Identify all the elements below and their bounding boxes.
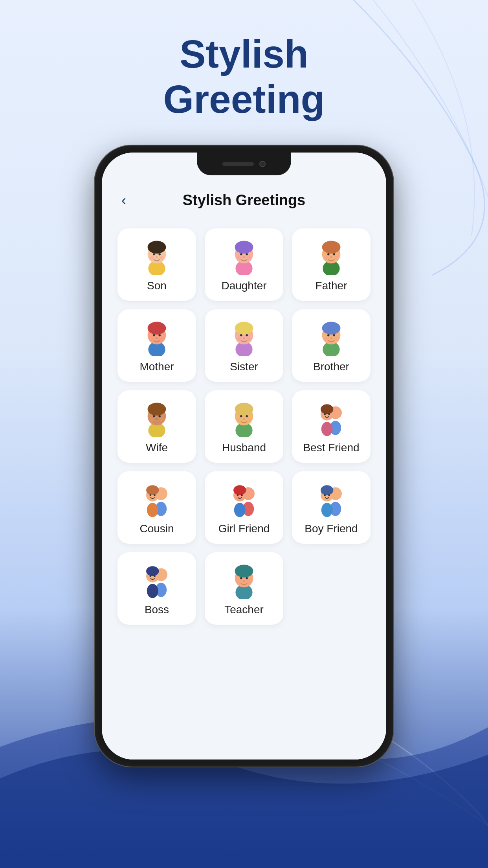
grid-item-daughter[interactable]: Daughter — [205, 228, 283, 301]
svg-point-7 — [160, 256, 163, 259]
svg-point-35 — [240, 334, 242, 336]
svg-point-59 — [240, 415, 242, 417]
svg-point-102 — [240, 577, 242, 579]
label-daughter: Daughter — [221, 280, 266, 292]
svg-point-21 — [330, 256, 332, 258]
svg-point-101 — [235, 565, 253, 577]
svg-point-15 — [247, 256, 251, 259]
svg-point-63 — [247, 418, 251, 421]
label-girlfriend: Girl Friend — [218, 522, 270, 535]
avatar-cousin — [139, 482, 174, 518]
grid-item-husband[interactable]: Husband — [205, 390, 283, 463]
svg-point-3 — [153, 253, 155, 255]
svg-point-51 — [153, 415, 155, 417]
phone-notch — [197, 153, 291, 175]
svg-point-83 — [237, 494, 239, 496]
grid-item-bestfriend[interactable]: Best Friend — [292, 390, 371, 463]
grid-item-mother[interactable]: Mother — [117, 309, 196, 382]
label-cousin: Cousin — [139, 522, 174, 535]
svg-point-23 — [334, 256, 338, 259]
phone-mockup: ‹ Stylish Greetings Son — [95, 145, 393, 767]
grid-item-girlfriend[interactable]: Girl Friend — [205, 471, 283, 544]
camera — [259, 161, 266, 167]
avatar-sister — [226, 320, 262, 356]
svg-point-20 — [333, 253, 335, 255]
grid-item-sister[interactable]: Sister — [205, 309, 283, 382]
svg-point-103 — [246, 577, 248, 579]
svg-point-69 — [324, 413, 326, 415]
avatar-father — [314, 239, 349, 275]
label-husband: Husband — [222, 441, 266, 454]
svg-point-70 — [328, 413, 330, 415]
label-sister: Sister — [230, 360, 258, 373]
svg-point-106 — [247, 580, 251, 583]
svg-point-5 — [156, 256, 158, 258]
label-son: Son — [147, 280, 167, 292]
svg-point-84 — [241, 494, 243, 496]
label-boss: Boss — [145, 603, 169, 616]
avatar-wife — [139, 401, 174, 437]
svg-point-81 — [234, 503, 246, 517]
svg-point-90 — [324, 494, 326, 496]
svg-point-2 — [148, 241, 166, 254]
svg-point-104 — [243, 580, 245, 582]
label-brother: Brother — [313, 360, 349, 373]
svg-point-14 — [237, 256, 241, 259]
avatar-boss — [139, 563, 174, 599]
svg-point-28 — [159, 334, 161, 336]
svg-point-77 — [154, 494, 156, 496]
grid-item-cousin[interactable]: Cousin — [117, 471, 196, 544]
svg-point-19 — [327, 253, 329, 255]
svg-point-30 — [150, 337, 154, 340]
svg-point-88 — [321, 503, 333, 517]
label-father: Father — [316, 280, 347, 292]
svg-point-95 — [147, 584, 158, 598]
svg-point-52 — [159, 415, 161, 417]
svg-point-13 — [243, 256, 245, 258]
svg-point-12 — [246, 253, 248, 255]
label-teacher: Teacher — [224, 603, 264, 616]
grid-item-father[interactable]: Father — [292, 228, 371, 301]
speaker — [222, 162, 254, 166]
label-boyfriend: Boy Friend — [305, 522, 358, 535]
avatar-brother — [314, 320, 349, 356]
avatar-boyfriend — [314, 482, 349, 518]
svg-point-44 — [333, 334, 335, 336]
avatar-husband — [226, 401, 262, 437]
grid-item-boyfriend[interactable]: Boy Friend — [292, 471, 371, 544]
svg-point-18 — [322, 241, 341, 254]
avatar-son — [139, 239, 174, 275]
grid-item-boss[interactable]: Boss — [117, 552, 196, 625]
svg-point-34 — [235, 322, 253, 335]
svg-point-27 — [153, 334, 155, 336]
svg-point-60 — [246, 415, 248, 417]
label-wife: Wife — [146, 441, 168, 454]
svg-point-96 — [146, 566, 159, 576]
grid-item-son[interactable]: Son — [117, 228, 196, 301]
svg-point-47 — [334, 337, 338, 340]
svg-point-58 — [235, 403, 253, 416]
svg-point-82 — [233, 485, 246, 495]
svg-point-75 — [146, 485, 159, 495]
svg-point-55 — [160, 418, 163, 421]
avatar-girlfriend — [226, 482, 262, 518]
avatar-daughter — [226, 239, 262, 275]
svg-point-29 — [156, 337, 158, 339]
svg-point-97 — [150, 575, 152, 577]
page-title: Stylish Greeting — [163, 31, 325, 122]
avatar-teacher — [226, 563, 262, 599]
greeting-grid: Son Daughter — [102, 217, 386, 648]
svg-point-6 — [150, 256, 154, 259]
svg-point-50 — [148, 403, 166, 416]
grid-item-brother[interactable]: Brother — [292, 309, 371, 382]
back-button[interactable]: ‹ — [121, 192, 126, 209]
svg-point-62 — [237, 418, 241, 421]
label-bestfriend: Best Friend — [303, 441, 359, 454]
svg-point-10 — [235, 241, 253, 254]
svg-point-22 — [325, 256, 328, 259]
svg-point-105 — [237, 580, 241, 583]
grid-item-wife[interactable]: Wife — [117, 390, 196, 463]
svg-point-54 — [150, 418, 154, 421]
svg-point-45 — [330, 337, 332, 339]
grid-item-teacher[interactable]: Teacher — [205, 552, 283, 625]
